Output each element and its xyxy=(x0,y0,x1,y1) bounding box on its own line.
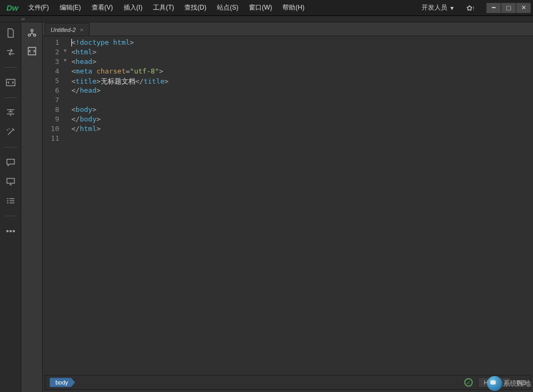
workspace-label: 开发人员 xyxy=(422,3,447,12)
left-toolbar xyxy=(0,22,21,392)
divider xyxy=(4,67,17,68)
line-number: 3 xyxy=(43,58,69,67)
menu-site[interactable]: 站点(S) xyxy=(212,0,244,15)
ins-mode[interactable]: INS xyxy=(516,379,526,386)
main-area: Untitled-2 × 1 2 3 4 5 6 7 8 9 10 11 <!d… xyxy=(0,22,533,392)
gear-icon: ✿ xyxy=(466,4,473,12)
more-icon[interactable] xyxy=(3,225,18,238)
svg-point-5 xyxy=(31,29,33,31)
monitor-icon[interactable] xyxy=(3,175,18,188)
workspace-switcher[interactable]: 开发人员 ▾ xyxy=(416,1,459,14)
line-number: 5 xyxy=(43,77,69,86)
file-icon[interactable] xyxy=(3,27,18,39)
editor-area: Untitled-2 × 1 2 3 4 5 6 7 8 9 10 11 <!d… xyxy=(43,22,533,392)
line-number: 1 xyxy=(43,38,69,48)
menu-file[interactable]: 文件(F) xyxy=(23,0,54,15)
status-right: ✓ HTML INS xyxy=(464,377,526,388)
line-number: 4 xyxy=(43,67,69,77)
check-icon[interactable]: ✓ xyxy=(464,378,473,387)
settings-button[interactable]: ✿! xyxy=(462,4,479,12)
line-gutter: 1 2 3 4 5 6 7 8 9 10 11 xyxy=(43,36,69,375)
code-icon[interactable] xyxy=(3,76,18,89)
line-number: 7 xyxy=(43,96,69,105)
statusbar: body ✓ HTML INS xyxy=(45,375,531,390)
menu-insert[interactable]: 插入(I) xyxy=(118,0,148,15)
chevron-down-icon: ▾ xyxy=(450,4,454,12)
code-editor[interactable]: 1 2 3 4 5 6 7 8 9 10 11 <!doctype html> … xyxy=(43,36,533,375)
restore-panel-icon[interactable]: ›› xyxy=(21,16,25,22)
panel-toolbar xyxy=(21,22,43,392)
line-number: 11 xyxy=(43,134,69,144)
line-number: 9 xyxy=(43,115,69,125)
window-controls: ━ ▢ ✕ xyxy=(486,3,531,13)
divider xyxy=(4,216,17,216)
exclaim-icon: ! xyxy=(473,6,474,12)
tab-untitled-2[interactable]: Untitled-2 × xyxy=(45,23,90,36)
language-selector[interactable]: HTML xyxy=(478,377,511,388)
menu-help[interactable]: 帮助(H) xyxy=(277,0,310,15)
tab-label: Untitled-2 xyxy=(51,27,76,33)
condense-icon[interactable] xyxy=(3,107,18,119)
breadcrumb-body[interactable]: body xyxy=(50,378,75,387)
close-button[interactable]: ✕ xyxy=(516,3,531,13)
close-icon[interactable]: × xyxy=(80,27,83,33)
svg-point-2 xyxy=(6,231,8,232)
divider xyxy=(4,97,17,98)
list-icon[interactable] xyxy=(3,194,18,207)
titlebar-right: 开发人员 ▾ ✿! ━ ▢ ✕ xyxy=(416,1,531,14)
dom-icon[interactable] xyxy=(25,27,39,39)
menu-window[interactable]: 窗口(W) xyxy=(244,0,277,15)
wand-icon[interactable] xyxy=(3,126,18,138)
snippet-icon[interactable] xyxy=(25,45,39,58)
line-number: 2 xyxy=(43,48,69,58)
toolbar-strip: ›› xyxy=(0,16,533,22)
line-number: 6 xyxy=(43,86,69,96)
app-logo: Dw xyxy=(2,3,23,12)
menu-view[interactable]: 查看(V) xyxy=(86,0,118,15)
line-number: 10 xyxy=(43,125,69,134)
svg-rect-1 xyxy=(7,178,14,183)
text-cursor xyxy=(71,39,72,46)
document-tabs: Untitled-2 × xyxy=(43,22,533,36)
comment-icon[interactable] xyxy=(3,156,18,169)
menu-tools[interactable]: 工具(T) xyxy=(148,0,179,15)
maximize-button[interactable]: ▢ xyxy=(501,3,516,13)
svg-point-3 xyxy=(10,231,11,232)
menu-bar: 文件(F) 编辑(E) 查看(V) 插入(I) 工具(T) 查找(D) 站点(S… xyxy=(23,0,310,15)
svg-point-4 xyxy=(13,231,14,232)
menu-find[interactable]: 查找(D) xyxy=(179,0,212,15)
minimize-button[interactable]: ━ xyxy=(486,3,501,13)
arrows-icon[interactable] xyxy=(3,46,18,59)
menu-edit[interactable]: 编辑(E) xyxy=(54,0,86,15)
divider xyxy=(4,147,17,148)
code-text[interactable]: <!doctype html> <html> <head> <meta char… xyxy=(69,36,533,375)
titlebar: Dw 文件(F) 编辑(E) 查看(V) 插入(I) 工具(T) 查找(D) 站… xyxy=(0,0,533,16)
line-number: 8 xyxy=(43,105,69,115)
